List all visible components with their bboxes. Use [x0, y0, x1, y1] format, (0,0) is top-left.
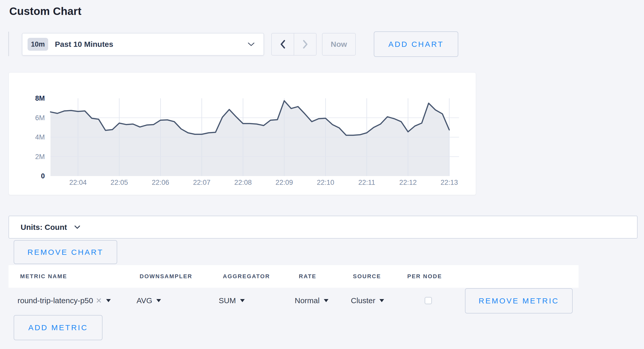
chevron-down-icon [248, 42, 255, 47]
timeseries-area-chart[interactable]: 8M6M4M2M022:0422:0522:0622:0722:0822:092… [9, 73, 476, 195]
time-nav-group [271, 33, 317, 56]
svg-text:22:12: 22:12 [399, 179, 417, 186]
svg-text:4M: 4M [35, 133, 45, 141]
add-chart-button[interactable]: ADD CHART [374, 31, 458, 57]
svg-text:22:07: 22:07 [193, 179, 210, 186]
column-header-aggregator: AGGREGATOR [223, 273, 270, 280]
chevron-down-icon [74, 225, 80, 229]
add-metric-button[interactable]: ADD METRIC [14, 315, 103, 340]
svg-text:22:08: 22:08 [234, 179, 252, 186]
svg-text:6M: 6M [35, 114, 45, 122]
rate-value: Normal [295, 296, 320, 305]
svg-text:22:04: 22:04 [69, 179, 87, 186]
time-range-select[interactable]: 10m Past 10 Minutes [22, 33, 264, 56]
column-header-downsampler: DOWNSAMPLER [140, 273, 192, 280]
caret-down-icon [379, 299, 384, 302]
chevron-left-icon [280, 40, 286, 49]
time-range-badge: 10m [28, 38, 48, 51]
metric-name-value: round-trip-latency-p50 [18, 296, 93, 305]
per-node-checkbox[interactable] [425, 297, 432, 304]
remove-chart-button[interactable]: REMOVE CHART [14, 240, 117, 264]
svg-text:0: 0 [41, 172, 45, 180]
rate-dropdown[interactable]: Normal [295, 296, 328, 305]
caret-down-icon [324, 299, 328, 302]
table-row: round-trip-latency-p50 ✕ AVG SUM Normal … [9, 288, 638, 313]
aggregator-dropdown[interactable]: SUM [219, 296, 245, 305]
svg-text:22:10: 22:10 [317, 179, 334, 186]
svg-text:22:06: 22:06 [152, 179, 169, 186]
source-dropdown[interactable]: Cluster [351, 296, 384, 305]
column-header-source: SOURCE [353, 273, 381, 280]
page-title: Custom Chart [9, 5, 81, 18]
chevron-right-icon [302, 40, 308, 49]
column-header-rate: RATE [299, 273, 316, 280]
column-header-per-node: PER NODE [407, 273, 442, 280]
remove-tag-icon[interactable]: ✕ [96, 296, 102, 305]
svg-text:22:11: 22:11 [358, 179, 375, 186]
downsampler-dropdown[interactable]: AVG [137, 296, 161, 305]
downsampler-value: AVG [137, 296, 152, 305]
aggregator-value: SUM [219, 296, 236, 305]
svg-text:22:05: 22:05 [111, 179, 128, 186]
chart-card: 8M6M4M2M022:0422:0522:0622:0722:0822:092… [9, 72, 476, 195]
source-value: Cluster [351, 296, 375, 305]
column-header-metric-name: METRIC NAME [20, 273, 67, 280]
caret-down-icon [240, 299, 245, 302]
svg-text:22:09: 22:09 [276, 179, 293, 186]
svg-text:8M: 8M [35, 94, 45, 102]
units-dropdown[interactable]: Units: Count [9, 216, 638, 239]
caret-down-icon [106, 299, 111, 302]
time-forward-button[interactable] [294, 33, 316, 55]
svg-text:2M: 2M [35, 153, 45, 161]
toolbar-left-rule [8, 32, 9, 56]
time-range-label: Past 10 Minutes [55, 40, 113, 49]
svg-text:22:13: 22:13 [440, 179, 458, 186]
units-dropdown-label: Units: Count [21, 223, 67, 232]
caret-down-icon [156, 299, 161, 302]
now-button[interactable]: Now [322, 33, 356, 56]
remove-metric-button[interactable]: REMOVE METRIC [465, 288, 573, 313]
metrics-table-header: METRIC NAME DOWNSAMPLER AGGREGATOR RATE … [9, 265, 579, 288]
metric-name-dropdown[interactable]: round-trip-latency-p50 ✕ [18, 296, 111, 305]
time-back-button[interactable] [272, 33, 294, 55]
